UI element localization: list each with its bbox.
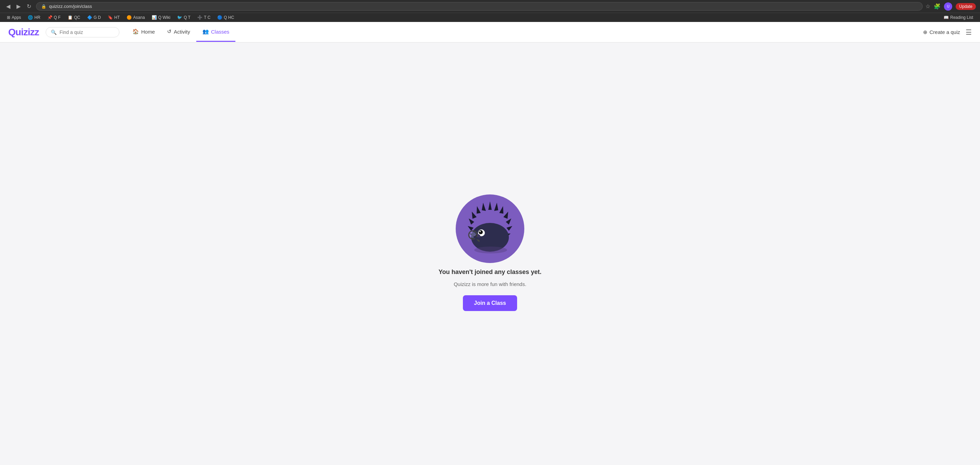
bookmark-qt-label: Q T <box>184 15 191 20</box>
logo-text: Quizizz <box>8 27 39 37</box>
bookmarks-bar: ⊞ Apps 🌐 HR 📌 Q F 📋 QC 🔷 G D 🔖 HT 🟠 Asan… <box>0 13 980 22</box>
join-class-button[interactable]: Join a Class <box>463 295 517 311</box>
qwiki-icon: 📊 <box>152 15 157 20</box>
svg-marker-5 <box>506 226 512 231</box>
extensions-icon[interactable]: 🧩 <box>934 3 940 10</box>
svg-point-16 <box>479 230 483 234</box>
nav-classes-label: Classes <box>211 29 229 35</box>
svg-marker-8 <box>477 206 481 214</box>
bookmark-qwiki-label: Q Wiki <box>158 15 170 20</box>
avatar: U <box>944 2 952 11</box>
bookmark-tc-label: T C <box>204 15 210 20</box>
browser-controls: ◀ ▶ ↻ <box>4 2 33 10</box>
bookmark-ht-label: HT <box>114 15 120 20</box>
bookmark-hr[interactable]: 🌐 HR <box>25 14 43 21</box>
refresh-button[interactable]: ↻ <box>25 2 33 10</box>
star-icon[interactable]: ☆ <box>926 3 930 10</box>
nav-home[interactable]: 🏠 Home <box>126 22 161 42</box>
bookmark-tc[interactable]: ➕ T C <box>194 14 213 21</box>
bookmark-hr-label: HR <box>34 15 40 20</box>
nav-right: ⊕ Create a quiz ☰ <box>923 28 972 37</box>
reading-list-label: Reading List <box>950 15 973 20</box>
hedgehog-illustration <box>456 194 524 263</box>
back-button[interactable]: ◀ <box>4 2 12 10</box>
bookmark-qwiki[interactable]: 📊 Q Wiki <box>149 14 173 21</box>
logo[interactable]: Quizizz <box>8 27 39 38</box>
forward-button[interactable]: ▶ <box>14 2 23 10</box>
top-nav: Quizizz 🔍 🏠 Home ↺ Activity 👥 Classes ⊕ <box>0 22 980 43</box>
svg-marker-7 <box>482 203 486 211</box>
qc-icon: 📋 <box>68 15 73 20</box>
bookmark-qc[interactable]: 📋 QC <box>65 14 83 21</box>
hamburger-icon: ☰ <box>966 28 972 37</box>
apps-icon: ⊞ <box>7 15 10 20</box>
browser-titlebar: ◀ ▶ ↻ 🔒 quizizz.com/join/class ☆ 🧩 U Upd… <box>0 0 980 13</box>
activity-icon: ↺ <box>167 29 172 35</box>
bookmark-qhc-label: Q HC <box>224 15 234 20</box>
browser-toolbar-icons: ☆ 🧩 U Update <box>926 2 976 11</box>
create-quiz-button[interactable]: ⊕ Create a quiz <box>923 29 960 35</box>
ht-icon: 🔖 <box>108 15 113 20</box>
bookmark-qf[interactable]: 📌 Q F <box>45 14 64 21</box>
bookmark-gd[interactable]: 🔷 G D <box>84 14 103 21</box>
svg-marker-1 <box>494 203 498 211</box>
create-quiz-label: Create a quiz <box>929 29 960 35</box>
bookmark-qc-label: QC <box>74 15 80 20</box>
qf-icon: 📌 <box>47 15 52 20</box>
bookmark-qt[interactable]: 🐦 Q T <box>174 14 193 21</box>
address-bar[interactable]: 🔒 quizizz.com/join/class <box>36 2 923 11</box>
hedgehog-svg <box>459 198 521 260</box>
search-icon: 🔍 <box>51 30 57 35</box>
update-button[interactable]: Update <box>956 3 976 10</box>
bookmark-ht[interactable]: 🔖 HT <box>105 14 123 21</box>
home-icon: 🏠 <box>132 29 139 35</box>
empty-state-title: You haven't joined any classes yet. <box>439 268 541 276</box>
main-content: You haven't joined any classes yet. Quiz… <box>0 43 980 463</box>
svg-marker-0 <box>488 201 492 210</box>
browser-chrome: ◀ ▶ ↻ 🔒 quizizz.com/join/class ☆ 🧩 U Upd… <box>0 0 980 22</box>
svg-marker-11 <box>468 226 474 231</box>
create-quiz-icon: ⊕ <box>923 29 928 35</box>
search-bar[interactable]: 🔍 <box>46 27 119 37</box>
svg-marker-10 <box>469 219 474 225</box>
nav-home-label: Home <box>141 29 155 35</box>
hamburger-button[interactable]: ☰ <box>966 28 972 37</box>
asana-icon: 🟠 <box>127 15 132 20</box>
gd-icon: 🔷 <box>87 15 92 20</box>
empty-state: You haven't joined any classes yet. Quiz… <box>439 194 541 311</box>
svg-marker-4 <box>506 219 511 225</box>
lock-icon: 🔒 <box>41 4 46 9</box>
qhc-icon: 🔵 <box>217 15 222 20</box>
svg-point-17 <box>479 231 481 232</box>
search-input[interactable] <box>59 30 114 35</box>
svg-marker-2 <box>499 206 503 214</box>
svg-marker-3 <box>503 211 508 219</box>
nav-links: 🏠 Home ↺ Activity 👥 Classes <box>126 22 235 42</box>
hr-icon: 🌐 <box>28 15 33 20</box>
bookmark-gd-label: G D <box>94 15 101 20</box>
svg-point-23 <box>474 246 507 254</box>
bookmark-apps[interactable]: ⊞ Apps <box>4 14 24 21</box>
reading-list-icon: 📖 <box>943 15 949 20</box>
qt-icon: 🐦 <box>177 15 182 20</box>
bookmark-asana-label: Asana <box>133 15 145 20</box>
bookmark-apps-label: Apps <box>12 15 21 20</box>
classes-icon: 👥 <box>202 29 209 35</box>
nav-classes[interactable]: 👥 Classes <box>196 22 235 42</box>
bookmark-qf-label: Q F <box>54 15 61 20</box>
nav-activity[interactable]: ↺ Activity <box>161 22 196 42</box>
svg-marker-9 <box>472 211 477 219</box>
url-text: quizizz.com/join/class <box>49 4 92 9</box>
reading-list-button[interactable]: 📖 Reading List <box>941 14 976 21</box>
app-content: Quizizz 🔍 🏠 Home ↺ Activity 👥 Classes ⊕ <box>0 22 980 463</box>
bookmark-asana[interactable]: 🟠 Asana <box>124 14 148 21</box>
nav-activity-label: Activity <box>173 29 190 35</box>
empty-state-subtitle: Quizizz is more fun with friends. <box>453 281 527 287</box>
bookmark-qhc[interactable]: 🔵 Q HC <box>215 14 237 21</box>
tc-icon: ➕ <box>197 15 202 20</box>
